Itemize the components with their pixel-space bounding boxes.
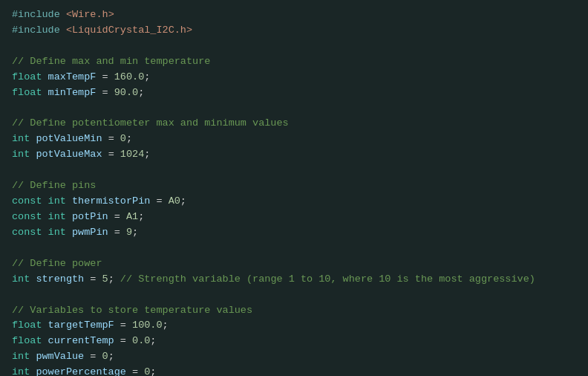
token: int: [48, 195, 72, 207]
token: int: [12, 273, 36, 285]
code-line: const int thermistorPin = A0;: [12, 194, 576, 210]
code-line: float targetTempF = 100.0;: [12, 318, 576, 334]
token: minTempF: [48, 87, 97, 98]
token: int: [48, 227, 72, 238]
token: int: [12, 149, 36, 160]
token: // Strength variable (range 1 to 10, whe…: [120, 273, 535, 285]
token: 0: [102, 351, 108, 362]
token: =: [108, 227, 126, 238]
token: int: [12, 133, 36, 144]
token: maxTempF: [48, 71, 97, 82]
token: float: [12, 335, 48, 346]
token: potValueMax: [36, 149, 102, 160]
token: pwmValue: [36, 351, 84, 362]
token: ;: [126, 133, 132, 144]
token: strength: [36, 273, 84, 285]
token: 0: [120, 133, 126, 144]
code-line: [12, 288, 576, 303]
code-line: float maxTempF = 160.0;: [12, 70, 576, 85]
token: =: [114, 320, 132, 331]
token: =: [102, 133, 120, 144]
token: =: [84, 273, 102, 285]
token: thermistorPin: [72, 195, 150, 207]
code-line: int powerPercentage = 0;: [12, 365, 576, 376]
token: // Define max and min temperature: [12, 56, 210, 67]
token: potValueMin: [36, 133, 102, 144]
token: A0: [169, 195, 180, 207]
token: =: [126, 366, 144, 376]
code-line: [12, 241, 576, 256]
token: ;: [144, 149, 150, 160]
code-line: int potValueMin = 0;: [12, 132, 576, 147]
code-line: // Variables to store temperature values: [12, 303, 576, 319]
token: float: [12, 87, 48, 98]
token: float: [12, 71, 48, 82]
token: =: [84, 351, 102, 362]
token: #include: [12, 25, 66, 36]
token: int: [12, 351, 36, 362]
token: <Wire.h>: [66, 9, 114, 20]
token: int: [12, 366, 36, 376]
token: =: [96, 87, 114, 98]
token: <LiquidCrystal_I2C.h>: [66, 25, 192, 36]
token: targetTempF: [48, 320, 114, 331]
code-line: float currentTemp = 0.0;: [12, 334, 576, 349]
token: #include: [12, 9, 66, 20]
code-line: int pwmValue = 0;: [12, 349, 576, 365]
code-editor: #include <Wire.h>#include <LiquidCrystal…: [0, 0, 588, 376]
token: 100.0: [132, 320, 163, 331]
token: // Variables to store temperature values: [12, 305, 252, 316]
code-line: int potValueMax = 1024;: [12, 147, 576, 163]
code-line: [12, 39, 576, 54]
token: =: [114, 335, 132, 346]
token: ;: [108, 273, 120, 285]
token: // Define power: [12, 258, 102, 269]
token: ;: [180, 195, 186, 207]
code-line: // Define max and min temperature: [12, 54, 576, 70]
token: 5: [102, 273, 108, 285]
token: int: [48, 211, 72, 222]
token: =: [150, 195, 168, 207]
token: ;: [163, 320, 169, 331]
token: ;: [150, 366, 156, 376]
code-line: int strength = 5; // Strength variable (…: [12, 272, 576, 288]
token: =: [102, 149, 120, 160]
token: currentTemp: [48, 335, 114, 346]
token: pwmPin: [72, 227, 108, 238]
token: // Define pins: [12, 180, 96, 191]
token: powerPercentage: [36, 366, 126, 376]
code-line: [12, 163, 576, 178]
token: =: [96, 71, 114, 82]
token: ;: [132, 227, 138, 238]
token: 160.0: [114, 71, 145, 82]
token: ;: [138, 87, 144, 98]
code-line: float minTempF = 90.0;: [12, 85, 576, 101]
token: ;: [108, 351, 114, 362]
token: 90.0: [114, 87, 138, 98]
token: ;: [138, 211, 144, 222]
code-line: // Define potentiometer max and minimum …: [12, 116, 576, 132]
token: 1024: [120, 149, 144, 160]
code-line: [12, 101, 576, 117]
code-line: const int pwmPin = 9;: [12, 225, 576, 241]
token: float: [12, 320, 48, 331]
token: ;: [144, 71, 150, 82]
code-line: #include <LiquidCrystal_I2C.h>: [12, 23, 576, 39]
code-line: // Define power: [12, 256, 576, 272]
code-line: // Define pins: [12, 178, 576, 194]
token: const: [12, 227, 48, 238]
token: potPin: [72, 211, 108, 222]
token: const: [12, 211, 48, 222]
token: ;: [150, 335, 156, 346]
token: A1: [126, 211, 138, 222]
token: =: [108, 211, 126, 222]
token: 0.0: [132, 335, 150, 346]
token: 9: [126, 227, 132, 238]
code-line: const int potPin = A1;: [12, 210, 576, 225]
token: // Define potentiometer max and minimum …: [12, 117, 289, 129]
token: const: [12, 195, 48, 207]
code-line: #include <Wire.h>: [12, 7, 576, 23]
